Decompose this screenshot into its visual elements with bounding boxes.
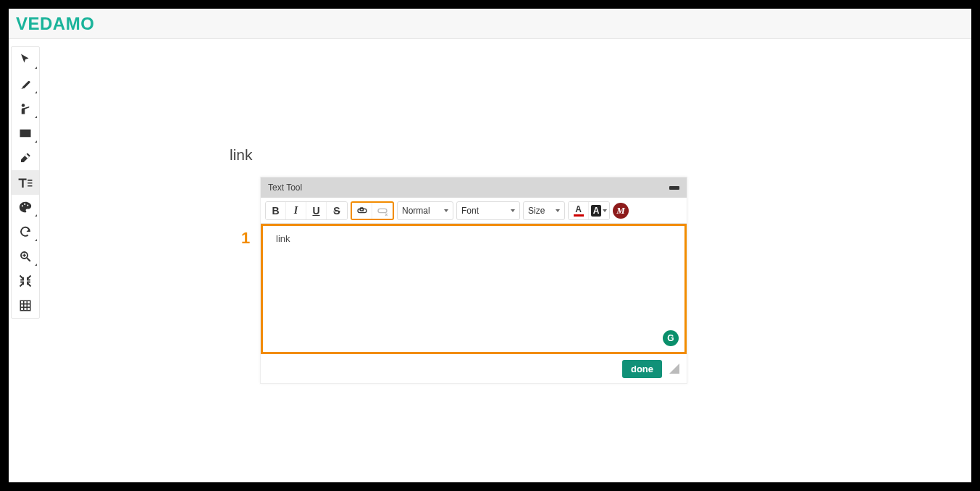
zoom-tool[interactable] bbox=[12, 244, 39, 269]
underline-icon: U bbox=[312, 205, 319, 217]
link-group bbox=[351, 201, 394, 220]
expand-indicator-icon bbox=[35, 91, 37, 93]
svg-point-2 bbox=[22, 205, 23, 206]
expand-indicator-icon bbox=[35, 214, 37, 217]
expand-indicator-icon bbox=[35, 116, 37, 118]
editor-textarea[interactable]: link G bbox=[261, 224, 687, 354]
whiteboard-text: link bbox=[230, 146, 253, 164]
style-select-label: Normal bbox=[402, 206, 430, 216]
font-select[interactable]: Font bbox=[456, 201, 520, 220]
grammarly-icon: G bbox=[667, 333, 674, 343]
bold-icon: B bbox=[272, 205, 279, 217]
bg-color-button[interactable]: A bbox=[589, 201, 609, 220]
bg-color-icon: A bbox=[591, 205, 602, 217]
text-color-button[interactable]: A bbox=[569, 201, 589, 220]
svg-rect-1 bbox=[20, 130, 31, 138]
caret-down-icon bbox=[444, 209, 448, 212]
text-color-icon: A bbox=[575, 205, 582, 214]
pointer-person-tool[interactable] bbox=[12, 96, 39, 121]
size-select[interactable]: Size bbox=[523, 201, 565, 220]
editor-toolbar: B I U S Normal bbox=[261, 198, 687, 224]
done-button[interactable]: done bbox=[622, 360, 662, 378]
expand-indicator-icon bbox=[35, 67, 37, 69]
caret-down-icon bbox=[556, 209, 560, 212]
svg-point-4 bbox=[27, 204, 28, 206]
italic-icon: I bbox=[294, 205, 298, 217]
top-header: VEDAMO bbox=[9, 9, 971, 39]
editor-content: link bbox=[276, 233, 290, 244]
font-select-label: Font bbox=[461, 206, 479, 216]
unlink-icon bbox=[377, 206, 388, 216]
underline-button[interactable]: U bbox=[306, 201, 327, 220]
expand-indicator-icon bbox=[35, 264, 37, 266]
brush-tool[interactable] bbox=[12, 72, 39, 96]
caret-down-icon bbox=[511, 209, 515, 212]
app-frame: VEDAMO bbox=[0, 0, 980, 491]
resize-handle[interactable] bbox=[669, 364, 679, 374]
text-tool-panel: Text Tool B I U S bbox=[260, 177, 687, 384]
panel-title: Text Tool bbox=[268, 182, 302, 193]
text-style-group: B I U S bbox=[265, 201, 348, 220]
content-area: link 1 2 Text Tool B I U S bbox=[9, 39, 971, 482]
bold-button[interactable]: B bbox=[266, 201, 286, 220]
math-button[interactable]: M bbox=[613, 203, 629, 219]
italic-button[interactable]: I bbox=[286, 201, 306, 220]
color-group: A A bbox=[568, 201, 610, 220]
paragraph-style-select[interactable]: Normal bbox=[397, 201, 453, 220]
panel-header[interactable]: Text Tool bbox=[261, 177, 687, 198]
annotation-1: 1 bbox=[241, 229, 250, 248]
rectangle-tool[interactable] bbox=[12, 121, 39, 146]
palette-tool[interactable] bbox=[12, 195, 39, 219]
logo: VEDAMO bbox=[16, 14, 94, 34]
caret-down-icon bbox=[603, 209, 607, 212]
shrink-tool[interactable] bbox=[12, 269, 39, 293]
undo-tool[interactable] bbox=[12, 219, 39, 244]
unlink-button[interactable] bbox=[372, 201, 393, 220]
strike-button[interactable]: S bbox=[327, 201, 347, 220]
sidebar bbox=[11, 46, 40, 319]
grammarly-badge[interactable]: G bbox=[663, 330, 679, 346]
link-icon bbox=[356, 206, 368, 216]
svg-point-3 bbox=[24, 203, 25, 205]
grid-tool[interactable] bbox=[12, 293, 39, 318]
minimize-icon[interactable] bbox=[669, 186, 679, 190]
strike-icon: S bbox=[333, 205, 340, 217]
panel-footer: done bbox=[261, 354, 687, 383]
selector-tool[interactable] bbox=[12, 47, 39, 72]
eraser-tool[interactable] bbox=[12, 146, 39, 170]
size-select-label: Size bbox=[528, 206, 545, 216]
link-button[interactable] bbox=[352, 201, 372, 220]
svg-point-0 bbox=[22, 104, 25, 107]
expand-indicator-icon bbox=[35, 140, 37, 143]
text-tool[interactable] bbox=[12, 170, 39, 195]
text-color-swatch bbox=[574, 214, 584, 217]
svg-rect-7 bbox=[378, 209, 387, 212]
expand-indicator-icon bbox=[35, 239, 37, 241]
math-icon: M bbox=[616, 205, 625, 217]
